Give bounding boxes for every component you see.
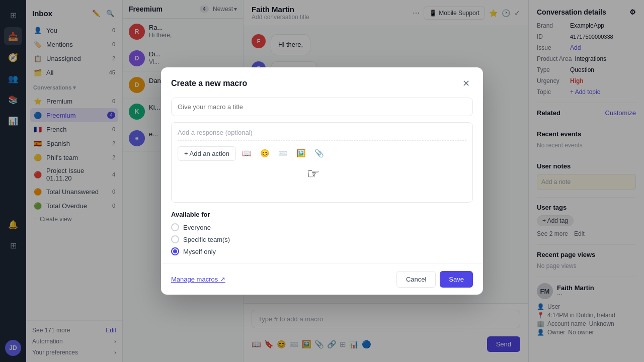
toolbar-keyboard-icon[interactable]: ⌨️ [275, 146, 290, 161]
modal-close-button[interactable]: ✕ [459, 76, 473, 90]
toolbar-attach-icon[interactable]: 📎 [311, 146, 327, 161]
modal-title: Create a new macro [171, 79, 247, 88]
radio-everyone-indicator [171, 223, 179, 231]
response-placeholder: Add a response (optional) [178, 129, 466, 136]
cancel-button[interactable]: Cancel [396, 271, 436, 288]
modal-footer: Manage macros ↗ Cancel Save [161, 263, 483, 295]
toolbar-emoji-icon[interactable]: 😊 [257, 146, 272, 161]
create-macro-modal: Create a new macro ✕ Add a response (opt… [161, 67, 483, 295]
toolbar-book-icon[interactable]: 📖 [239, 146, 254, 161]
radio-specific-team[interactable]: Specific team(s) [171, 235, 473, 243]
radio-group: Everyone Specific team(s) Myself only [171, 223, 473, 255]
available-for-section: Available for Everyone Specific team(s) … [161, 203, 483, 263]
radio-specific-team-indicator [171, 235, 179, 243]
manage-macros-link[interactable]: Manage macros ↗ [171, 276, 225, 283]
save-button[interactable]: Save [440, 271, 473, 288]
radio-everyone[interactable]: Everyone [171, 223, 473, 231]
available-for-title: Available for [171, 211, 473, 218]
modal-action-bar: + Add an action 📖 😊 ⌨️ 🖼️ 📎 [178, 140, 466, 161]
macro-title-input[interactable] [171, 98, 473, 116]
toolbar-image-icon[interactable]: 🖼️ [293, 146, 308, 161]
add-action-button[interactable]: + Add an action [178, 146, 236, 161]
radio-myself-only-indicator [171, 247, 179, 255]
radio-myself-only[interactable]: Myself only [171, 247, 473, 255]
cursor-icon: ☞ [307, 165, 319, 182]
modal-overlay[interactable]: Create a new macro ✕ Add a response (opt… [0, 0, 644, 362]
macro-response-area[interactable]: Add a response (optional) ☞ + Add an act… [171, 122, 473, 203]
